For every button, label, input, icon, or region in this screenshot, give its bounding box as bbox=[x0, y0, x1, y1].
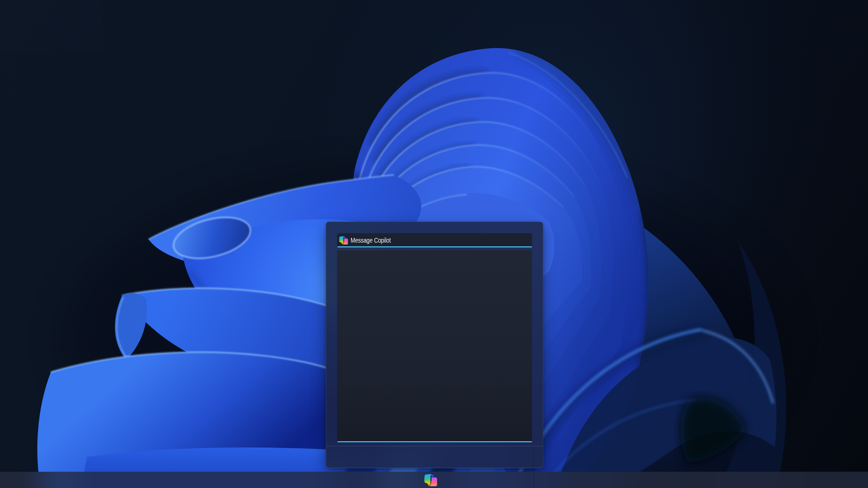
window-titlebar[interactable] bbox=[326, 222, 543, 233]
message-input[interactable]: Message Copilot bbox=[337, 233, 532, 247]
message-input-placeholder: Message Copilot bbox=[351, 237, 391, 244]
copilot-logo-icon bbox=[339, 236, 349, 245]
screen-seam-artifact bbox=[534, 446, 534, 488]
taskbar bbox=[0, 472, 868, 488]
copilot-window: Message Copilot bbox=[326, 222, 543, 468]
taskbar-copilot-icon[interactable] bbox=[424, 473, 438, 487]
window-footer bbox=[326, 446, 543, 468]
desktop: Message Copilot bbox=[0, 0, 868, 488]
chat-content-area bbox=[337, 250, 532, 442]
